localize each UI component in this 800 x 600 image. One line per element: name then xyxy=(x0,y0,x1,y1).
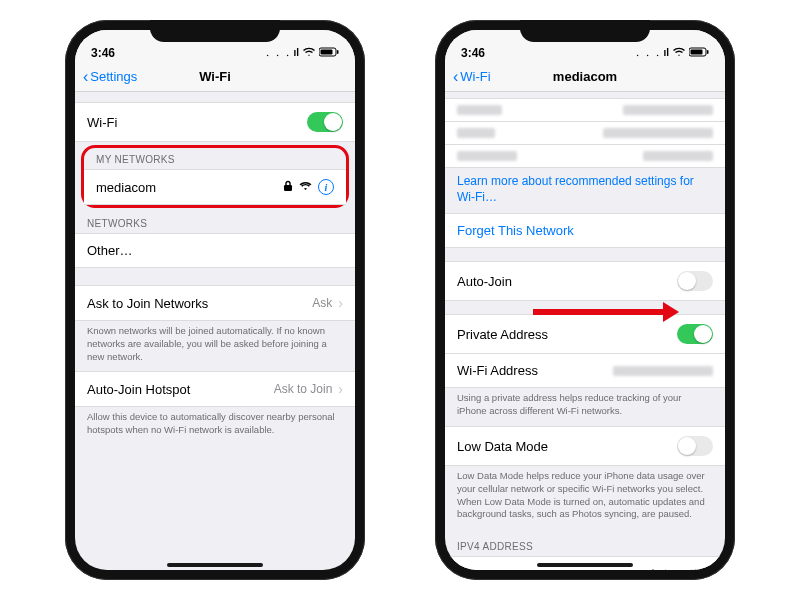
svg-rect-1 xyxy=(321,50,333,55)
configure-ip-value: Automatic xyxy=(649,567,702,570)
hotspot-label: Auto-Join Hotspot xyxy=(87,382,190,397)
other-network-row[interactable]: Other… xyxy=(75,233,355,268)
chevron-right-icon: › xyxy=(338,295,343,311)
svg-rect-2 xyxy=(337,50,339,54)
wifi-settings-content: Wi-Fi MY NETWORKS mediacom i xyxy=(75,92,355,570)
notch xyxy=(150,20,280,42)
nav-bar: ‹ Wi-Fi mediacom xyxy=(445,62,725,92)
network-row-mediacom[interactable]: mediacom i xyxy=(84,169,346,205)
svg-rect-3 xyxy=(284,185,292,191)
ipv4-header: IPV4 ADDRESS xyxy=(445,529,725,556)
blurred-info-2 xyxy=(445,121,725,145)
chevron-right-icon: › xyxy=(338,381,343,397)
my-networks-header: MY NETWORKS xyxy=(84,148,346,169)
wifi-icon xyxy=(673,47,685,59)
wifi-address-label: Wi-Fi Address xyxy=(457,363,538,378)
private-address-toggle[interactable] xyxy=(677,324,713,344)
low-data-toggle[interactable] xyxy=(677,436,713,456)
configure-ip-label: Configure IP xyxy=(457,567,529,570)
signal-icon: ﹒﹒﹒ıl xyxy=(633,46,669,60)
svg-rect-5 xyxy=(691,50,703,55)
network-detail-content: Learn more about recommended settings fo… xyxy=(445,92,725,570)
notch xyxy=(520,20,650,42)
auto-join-toggle[interactable] xyxy=(677,271,713,291)
nav-title: Wi-Fi xyxy=(75,69,355,84)
home-indicator[interactable] xyxy=(167,563,263,567)
blurred-info-1 xyxy=(445,98,725,122)
ask-to-join-row[interactable]: Ask to Join Networks Ask › xyxy=(75,285,355,321)
screen-right: 3:46 ﹒﹒﹒ıl ‹ Wi-Fi mediacom xyxy=(445,30,725,570)
nav-bar: ‹ Settings Wi-Fi xyxy=(75,62,355,92)
wifi-strength-icon xyxy=(299,180,312,194)
auto-join-hotspot-row[interactable]: Auto-Join Hotspot Ask to Join › xyxy=(75,371,355,407)
battery-icon xyxy=(319,47,339,59)
status-right: ﹒﹒﹒ıl xyxy=(633,46,709,60)
forget-network-row[interactable]: Forget This Network xyxy=(445,213,725,248)
hotspot-footer: Allow this device to automatically disco… xyxy=(75,406,355,445)
ask-value: Ask xyxy=(312,296,332,310)
screen-left: 3:46 ﹒﹒﹒ıl ‹ Settings Wi-Fi Wi-Fi xyxy=(75,30,355,570)
info-icon[interactable]: i xyxy=(318,179,334,195)
wifi-toggle[interactable] xyxy=(307,112,343,132)
lock-icon xyxy=(283,180,293,195)
status-time: 3:46 xyxy=(461,46,485,60)
low-data-footer: Low Data Mode helps reduce your iPhone d… xyxy=(445,465,725,529)
svg-rect-6 xyxy=(707,50,709,54)
networks-header: NETWORKS xyxy=(75,206,355,233)
wifi-toggle-row[interactable]: Wi-Fi xyxy=(75,102,355,142)
blurred-info-3 xyxy=(445,144,725,168)
phone-right: 3:46 ﹒﹒﹒ıl ‹ Wi-Fi mediacom xyxy=(435,20,735,580)
wifi-address-row: Wi-Fi Address xyxy=(445,353,725,388)
other-label: Other… xyxy=(87,243,133,258)
phone-left: 3:46 ﹒﹒﹒ıl ‹ Settings Wi-Fi Wi-Fi xyxy=(65,20,365,580)
ask-label: Ask to Join Networks xyxy=(87,296,208,311)
private-address-row[interactable]: Private Address xyxy=(445,314,725,354)
status-right: ﹒﹒﹒ıl xyxy=(263,46,339,60)
low-data-label: Low Data Mode xyxy=(457,439,548,454)
learn-more-link[interactable]: Learn more about recommended settings fo… xyxy=(457,174,694,204)
network-name: mediacom xyxy=(96,180,156,195)
annotation-highlight: MY NETWORKS mediacom i xyxy=(81,145,349,208)
signal-icon: ﹒﹒﹒ıl xyxy=(263,46,299,60)
nav-title: mediacom xyxy=(445,69,725,84)
status-time: 3:46 xyxy=(91,46,115,60)
chevron-right-icon: › xyxy=(708,566,713,570)
forget-label: Forget This Network xyxy=(457,223,574,238)
low-data-mode-row[interactable]: Low Data Mode xyxy=(445,426,725,466)
auto-join-row[interactable]: Auto-Join xyxy=(445,261,725,301)
private-address-label: Private Address xyxy=(457,327,548,342)
private-address-footer: Using a private address helps reduce tra… xyxy=(445,387,725,426)
auto-join-label: Auto-Join xyxy=(457,274,512,289)
hotspot-value: Ask to Join xyxy=(274,382,333,396)
ask-footer: Known networks will be joined automatica… xyxy=(75,320,355,371)
wifi-label: Wi-Fi xyxy=(87,115,117,130)
home-indicator[interactable] xyxy=(537,563,633,567)
battery-icon xyxy=(689,47,709,59)
wifi-icon xyxy=(303,47,315,59)
